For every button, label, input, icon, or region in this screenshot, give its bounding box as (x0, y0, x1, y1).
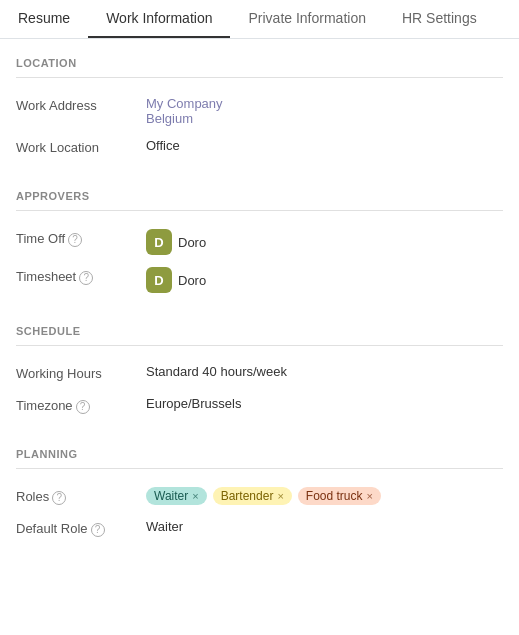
work-address-line1[interactable]: My Company (146, 96, 223, 111)
location-section-title: LOCATION (16, 39, 503, 78)
time-off-approver-name: Doro (178, 235, 206, 250)
default-role-help-icon[interactable]: ? (91, 523, 105, 537)
tab-private-information[interactable]: Private Information (230, 0, 384, 38)
timezone-help-icon[interactable]: ? (76, 400, 90, 414)
roles-row: Roles? Waiter × Bartender × Food truck × (16, 481, 503, 513)
time-off-value: D Doro (146, 229, 503, 255)
roles-help-icon[interactable]: ? (52, 491, 66, 505)
work-address-row: Work Address My Company Belgium (16, 90, 503, 132)
time-off-row: Time Off? D Doro (16, 223, 503, 261)
working-hours-label: Working Hours (16, 364, 146, 381)
working-hours-row: Working Hours Standard 40 hours/week (16, 358, 503, 390)
tab-hr-settings[interactable]: HR Settings (384, 0, 495, 38)
work-location-value: Office (146, 138, 503, 153)
tab-resume[interactable]: Resume (0, 0, 88, 38)
tab-bar: Resume Work Information Private Informat… (0, 0, 519, 39)
work-location-row: Work Location Office (16, 132, 503, 164)
timezone-label: Timezone? (16, 396, 146, 414)
tag-waiter: Waiter × (146, 487, 207, 505)
work-address-line2[interactable]: Belgium (146, 111, 193, 126)
tag-bartender-remove[interactable]: × (277, 490, 283, 502)
default-role-label: Default Role? (16, 519, 146, 537)
roles-label: Roles? (16, 487, 146, 505)
time-off-label: Time Off? (16, 229, 146, 247)
time-off-avatar: D (146, 229, 172, 255)
planning-section-title: PLANNING (16, 430, 503, 469)
timesheet-approver: D Doro (146, 267, 206, 293)
location-section: LOCATION Work Address My Company Belgium… (0, 39, 519, 164)
schedule-section: SCHEDULE Working Hours Standard 40 hours… (0, 307, 519, 422)
tag-waiter-remove[interactable]: × (192, 490, 198, 502)
work-address-label: Work Address (16, 96, 146, 113)
schedule-section-title: SCHEDULE (16, 307, 503, 346)
default-role-value: Waiter (146, 519, 503, 534)
tag-foodtruck-label: Food truck (306, 489, 363, 503)
work-location-label: Work Location (16, 138, 146, 155)
approvers-section-title: APPROVERS (16, 172, 503, 211)
time-off-approver: D Doro (146, 229, 206, 255)
default-role-row: Default Role? Waiter (16, 513, 503, 545)
tag-foodtruck: Food truck × (298, 487, 381, 505)
tag-bartender-label: Bartender (221, 489, 274, 503)
timezone-value: Europe/Brussels (146, 396, 503, 411)
roles-tags: Waiter × Bartender × Food truck × (146, 487, 503, 505)
tag-waiter-label: Waiter (154, 489, 188, 503)
timesheet-avatar: D (146, 267, 172, 293)
timesheet-value: D Doro (146, 267, 503, 293)
work-address-value: My Company Belgium (146, 96, 503, 126)
tag-foodtruck-remove[interactable]: × (367, 490, 373, 502)
planning-section: PLANNING Roles? Waiter × Bartender × Foo… (0, 430, 519, 545)
timezone-row: Timezone? Europe/Brussels (16, 390, 503, 422)
roles-value: Waiter × Bartender × Food truck × (146, 487, 503, 505)
timesheet-label: Timesheet? (16, 267, 146, 285)
time-off-help-icon[interactable]: ? (68, 233, 82, 247)
tag-bartender: Bartender × (213, 487, 292, 505)
timesheet-approver-name: Doro (178, 273, 206, 288)
timesheet-row: Timesheet? D Doro (16, 261, 503, 299)
approvers-section: APPROVERS Time Off? D Doro Timesheet? D … (0, 172, 519, 299)
working-hours-value: Standard 40 hours/week (146, 364, 503, 379)
timesheet-help-icon[interactable]: ? (79, 271, 93, 285)
tab-work-information[interactable]: Work Information (88, 0, 230, 38)
